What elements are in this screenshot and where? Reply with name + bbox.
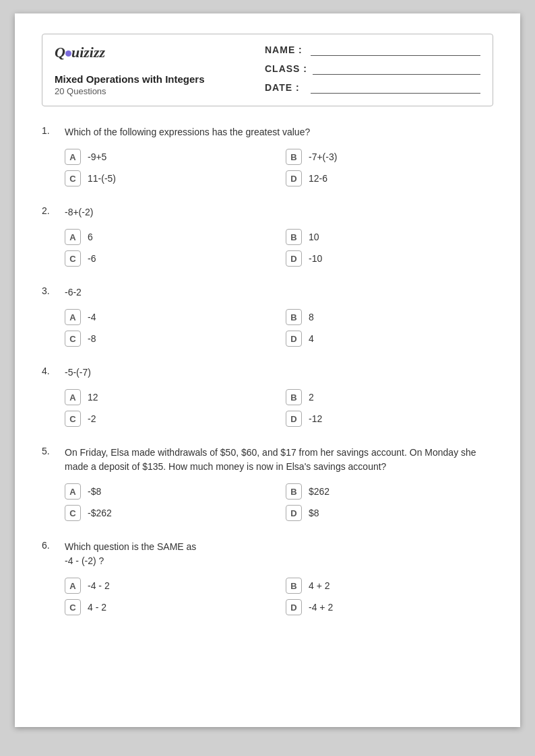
question-3: 3.-6-2A-4B8C-8D4 bbox=[42, 285, 493, 347]
option-text-b-q3: 8 bbox=[309, 312, 314, 322]
option-letter-c: C bbox=[65, 505, 81, 521]
question-header-1: 1.Which of the following expressions has… bbox=[42, 125, 493, 139]
name-row: NAME : bbox=[265, 44, 480, 56]
option-letter-b: B bbox=[286, 149, 302, 165]
option-letter-c: C bbox=[65, 411, 81, 427]
option-letter-b: B bbox=[286, 229, 302, 245]
question-text-5: On Friday, Elsa made withdrawals of $50,… bbox=[65, 446, 493, 474]
quiz-questions: 20 Questions bbox=[55, 86, 205, 96]
option-text-a-q5: -$8 bbox=[88, 486, 101, 497]
options-grid-1: A-9+5B-7+(-3)C11-(-5)D12-6 bbox=[65, 149, 493, 186]
option-a-q3[interactable]: A-4 bbox=[65, 309, 272, 325]
options-grid-4: A12B2C-2D-12 bbox=[65, 389, 493, 427]
header-left: Quizizz Mixed Operations with Integers 2… bbox=[55, 44, 205, 96]
options-grid-6: A-4 - 2B4 + 2C4 - 2D-4 + 2 bbox=[65, 578, 493, 615]
question-number-5: 5. bbox=[42, 446, 58, 456]
option-text-a-q1: -9+5 bbox=[88, 151, 106, 162]
option-d-q2[interactable]: D-10 bbox=[286, 250, 493, 267]
question-header-4: 4.-5-(-7) bbox=[42, 366, 493, 380]
question-4: 4.-5-(-7)A12B2C-2D-12 bbox=[42, 366, 493, 427]
option-b-q6[interactable]: B4 + 2 bbox=[286, 578, 493, 594]
option-text-b-q2: 10 bbox=[309, 232, 319, 242]
option-c-q2[interactable]: C-6 bbox=[65, 250, 272, 267]
option-letter-b: B bbox=[286, 483, 302, 500]
option-c-q4[interactable]: C-2 bbox=[65, 411, 272, 427]
option-text-c-q2: -6 bbox=[88, 253, 96, 264]
option-b-q4[interactable]: B2 bbox=[286, 389, 493, 405]
option-text-a-q2: 6 bbox=[88, 232, 93, 242]
date-label: DATE : bbox=[265, 82, 305, 93]
question-header-2: 2.-8+(-2) bbox=[42, 205, 493, 219]
header-right: NAME : CLASS : DATE : bbox=[265, 44, 480, 94]
option-text-d-q6: -4 + 2 bbox=[309, 602, 333, 613]
options-grid-3: A-4B8C-8D4 bbox=[65, 309, 493, 347]
option-letter-d: D bbox=[286, 250, 302, 267]
question-number-4: 4. bbox=[42, 366, 58, 376]
option-a-q2[interactable]: A6 bbox=[65, 229, 272, 245]
option-c-q5[interactable]: C-$262 bbox=[65, 505, 272, 521]
option-text-c-q1: 11-(-5) bbox=[88, 173, 116, 184]
option-c-q1[interactable]: C11-(-5) bbox=[65, 170, 272, 186]
option-b-q1[interactable]: B-7+(-3) bbox=[286, 149, 493, 165]
question-header-6: 6.Which question is the SAME as-4 - (-2)… bbox=[42, 540, 493, 568]
option-d-q5[interactable]: D$8 bbox=[286, 505, 493, 521]
option-letter-c: C bbox=[65, 170, 81, 186]
option-letter-a: A bbox=[65, 578, 81, 594]
option-b-q2[interactable]: B10 bbox=[286, 229, 493, 245]
question-text-2: -8+(-2) bbox=[65, 205, 93, 219]
option-text-b-q5: $262 bbox=[309, 486, 329, 497]
date-row: DATE : bbox=[265, 81, 480, 94]
option-letter-d: D bbox=[286, 331, 302, 347]
option-letter-c: C bbox=[65, 599, 81, 615]
option-text-c-q6: 4 - 2 bbox=[88, 602, 106, 613]
option-a-q5[interactable]: A-$8 bbox=[65, 483, 272, 500]
option-letter-b: B bbox=[286, 389, 302, 405]
question-number-3: 3. bbox=[42, 285, 58, 296]
option-letter-d: D bbox=[286, 170, 302, 186]
option-text-d-q2: -10 bbox=[309, 253, 322, 264]
option-letter-a: A bbox=[65, 149, 81, 165]
question-number-2: 2. bbox=[42, 205, 58, 216]
option-letter-a: A bbox=[65, 229, 81, 245]
name-line bbox=[311, 44, 480, 56]
question-6: 6.Which question is the SAME as-4 - (-2)… bbox=[42, 540, 493, 615]
option-b-q3[interactable]: B8 bbox=[286, 309, 493, 325]
logo-text: Quizizz bbox=[55, 44, 105, 61]
option-a-q1[interactable]: A-9+5 bbox=[65, 149, 272, 165]
option-text-a-q6: -4 - 2 bbox=[88, 580, 110, 591]
option-a-q4[interactable]: A12 bbox=[65, 389, 272, 405]
option-d-q6[interactable]: D-4 + 2 bbox=[286, 599, 493, 615]
option-text-b-q4: 2 bbox=[309, 392, 314, 403]
quiz-title: Mixed Operations with Integers bbox=[55, 73, 205, 85]
option-letter-b: B bbox=[286, 309, 302, 325]
logo: Quizizz bbox=[55, 44, 205, 61]
question-text-1: Which of the following expressions has t… bbox=[65, 125, 310, 139]
option-text-b-q6: 4 + 2 bbox=[309, 580, 330, 591]
option-d-q3[interactable]: D4 bbox=[286, 331, 493, 347]
option-c-q6[interactable]: C4 - 2 bbox=[65, 599, 272, 615]
question-text-6: Which question is the SAME as-4 - (-2) ? bbox=[65, 540, 196, 568]
option-letter-d: D bbox=[286, 599, 302, 615]
option-text-a-q3: -4 bbox=[88, 312, 96, 322]
option-letter-a: A bbox=[65, 309, 81, 325]
option-d-q4[interactable]: D-12 bbox=[286, 411, 493, 427]
question-number-1: 1. bbox=[42, 125, 58, 136]
question-1: 1.Which of the following expressions has… bbox=[42, 125, 493, 186]
option-a-q6[interactable]: A-4 - 2 bbox=[65, 578, 272, 594]
questions-container: 1.Which of the following expressions has… bbox=[42, 125, 493, 615]
option-text-c-q5: -$262 bbox=[88, 508, 112, 518]
option-c-q3[interactable]: C-8 bbox=[65, 331, 272, 347]
option-b-q5[interactable]: B$262 bbox=[286, 483, 493, 500]
option-letter-d: D bbox=[286, 505, 302, 521]
question-2: 2.-8+(-2)A6B10C-6D-10 bbox=[42, 205, 493, 267]
date-line bbox=[311, 81, 480, 94]
option-letter-c: C bbox=[65, 250, 81, 267]
option-text-d-q5: $8 bbox=[309, 508, 319, 518]
option-letter-d: D bbox=[286, 411, 302, 427]
option-text-c-q4: -2 bbox=[88, 413, 96, 424]
page: Quizizz Mixed Operations with Integers 2… bbox=[15, 13, 520, 727]
question-header-3: 3.-6-2 bbox=[42, 285, 493, 300]
header: Quizizz Mixed Operations with Integers 2… bbox=[42, 34, 493, 106]
options-grid-5: A-$8B$262C-$262D$8 bbox=[65, 483, 493, 521]
option-d-q1[interactable]: D12-6 bbox=[286, 170, 493, 186]
